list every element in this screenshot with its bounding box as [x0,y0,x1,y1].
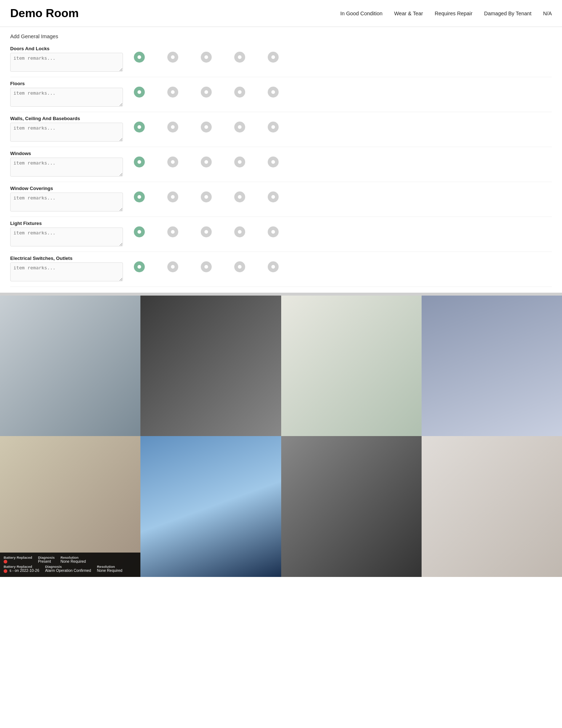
item-row-walls-ceiling: Walls, Ceiling And Baseboards [10,116,552,147]
gallery-item-switch[interactable] [422,296,562,436]
gallery-item-door[interactable] [140,296,281,436]
item-label-doors-locks: Doors And Locks [10,46,134,51]
radio-na-windows[interactable] [268,157,279,167]
item-row-light-fixtures: Light Fixtures [10,221,552,252]
radio-good-condition-light-fixtures[interactable] [134,226,145,237]
overlay-label-battery-2: Battery Replaced [4,565,39,569]
item-radios-doors-locks [134,46,552,63]
item-textarea-light-fixtures[interactable] [10,228,123,246]
item-radios-floors [134,81,552,98]
gallery-item-window2[interactable] [140,436,281,577]
item-left-light-fixtures: Light Fixtures [10,221,134,248]
item-label-walls-ceiling: Walls, Ceiling And Baseboards [10,116,134,121]
overlay-label-resolution-1: Resolution [60,555,86,559]
overlay-value-battery-1 [4,559,32,563]
radio-wear-tear-floors[interactable] [167,87,178,98]
radio-damaged-floors[interactable] [234,87,245,98]
main-content: Add General Images [0,27,562,39]
radio-requires-repair-light-fixtures[interactable] [201,226,212,237]
radio-damaged-light-fixtures[interactable] [234,226,245,237]
radio-damaged-windows[interactable] [234,157,245,167]
radio-damaged-walls-ceiling[interactable] [234,122,245,132]
radio-requires-repair-windows[interactable] [201,157,212,167]
item-row-floors: Floors [10,81,552,112]
page-header: Demo Room In Good Condition Wear & Tear … [0,0,562,27]
item-textarea-doors-locks[interactable] [10,53,123,72]
gallery-item-living[interactable] [281,296,422,436]
radio-good-condition-window-coverings[interactable] [134,191,145,202]
item-textarea-electrical[interactable] [10,262,123,281]
overlay-value-diagnosis-2: Alarm Operation Confirmed [45,569,91,573]
item-row-doors-locks: Doors And Locks [10,46,552,77]
item-textarea-walls-ceiling[interactable] [10,123,123,142]
overlay-label-diagnosis-2: Diagnosis [45,565,91,569]
item-radios-electrical [134,256,552,272]
item-left-floors: Floors [10,81,134,108]
nav-requires-repair[interactable]: Requires Repair [435,11,473,16]
overlay-label-resolution-2: Resolution [97,565,122,569]
radio-wear-tear-light-fixtures[interactable] [167,226,178,237]
gallery-item-chandelier[interactable] [281,436,422,577]
page-title: Demo Room [10,7,79,20]
item-textarea-window-coverings[interactable] [10,193,123,211]
item-radios-light-fixtures [134,221,552,237]
nav-damaged-by-tenant[interactable]: Damaged By Tenant [484,11,531,16]
item-textarea-floors[interactable] [10,88,123,107]
radio-requires-repair-floors[interactable] [201,87,212,98]
radio-wear-tear-electrical[interactable] [167,261,178,272]
radio-requires-repair-electrical[interactable] [201,261,212,272]
item-label-windows: Windows [10,151,134,156]
radio-wear-tear-window-coverings[interactable] [167,191,178,202]
item-label-electrical: Electrical Switches, Outlets [10,256,134,261]
item-label-floors: Floors [10,81,134,86]
radio-requires-repair-doors-locks[interactable] [201,52,212,63]
overlay-badge-2 [4,569,7,573]
radio-na-light-fixtures[interactable] [268,226,279,237]
overlay-badge-1 [4,560,7,563]
item-left-windows: Windows [10,151,134,178]
nav-na[interactable]: N/A [543,11,552,16]
radio-wear-tear-doors-locks[interactable] [167,52,178,63]
section-divider [0,293,562,296]
item-row-window-coverings: Window Coverings [10,186,552,217]
gallery-item-hallway[interactable]: Battery Replaced Diagnosis Present Resol… [0,436,140,577]
radio-na-floors[interactable] [268,87,279,98]
item-radios-window-coverings [134,186,552,202]
radio-good-condition-doors-locks[interactable] [134,52,145,63]
nav-wear-tear[interactable]: Wear & Tear [394,11,423,16]
nav-good-condition[interactable]: In Good Condition [340,11,382,16]
radio-wear-tear-walls-ceiling[interactable] [167,122,178,132]
gallery-item-wallpaper[interactable] [422,436,562,577]
radio-good-condition-walls-ceiling[interactable] [134,122,145,132]
item-textarea-windows[interactable] [10,158,123,177]
item-row-electrical: Electrical Switches, Outlets [10,256,552,287]
radio-good-condition-windows[interactable] [134,157,145,167]
overlay-value-diagnosis-1: Present [38,559,55,563]
radio-damaged-window-coverings[interactable] [234,191,245,202]
radio-na-electrical[interactable] [268,261,279,272]
radio-na-window-coverings[interactable] [268,191,279,202]
items-section: Doors And Locks Floors Walls, Ceiling An… [0,46,562,287]
add-images-label: Add General Images [10,33,552,39]
item-left-doors-locks: Doors And Locks [10,46,134,73]
radio-good-condition-electrical[interactable] [134,261,145,272]
radio-wear-tear-windows[interactable] [167,157,178,167]
item-left-electrical: Electrical Switches, Outlets [10,256,134,283]
item-left-window-coverings: Window Coverings [10,186,134,213]
item-left-walls-ceiling: Walls, Ceiling And Baseboards [10,116,134,143]
item-row-windows: Windows [10,151,552,182]
radio-na-doors-locks[interactable] [268,52,279,63]
item-radios-windows [134,151,552,167]
radio-damaged-doors-locks[interactable] [234,52,245,63]
overlay-value-resolution-1: None Required [60,559,86,563]
gallery-overlay-hallway: Battery Replaced Diagnosis Present Resol… [0,553,140,577]
gallery-item-room[interactable] [0,296,140,436]
overlay-label-battery-1: Battery Replaced [4,555,32,559]
item-label-light-fixtures: Light Fixtures [10,221,134,226]
radio-requires-repair-window-coverings[interactable] [201,191,212,202]
radio-na-walls-ceiling[interactable] [268,122,279,132]
radio-good-condition-floors[interactable] [134,87,145,98]
radio-damaged-electrical[interactable] [234,261,245,272]
radio-requires-repair-walls-ceiling[interactable] [201,122,212,132]
image-gallery: Battery Replaced Diagnosis Present Resol… [0,296,562,577]
